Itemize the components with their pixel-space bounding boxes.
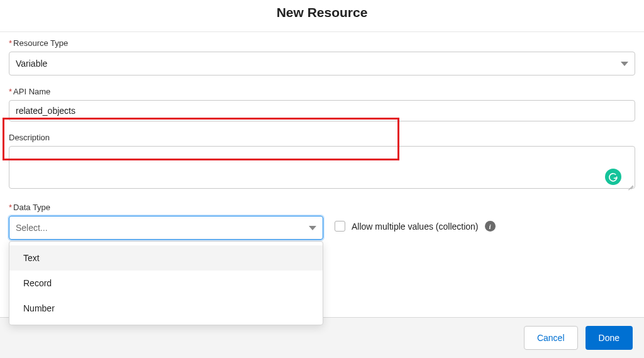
api-name-label: *API Name	[9, 87, 635, 96]
resource-type-value: Variable	[16, 59, 47, 69]
api-name-field: *API Name	[9, 87, 635, 121]
allow-multiple-group: Allow multiple values (collection) i	[335, 216, 496, 232]
dropdown-option-text[interactable]: Text	[9, 245, 323, 271]
resource-type-field: *Resource Type Variable	[9, 38, 635, 76]
page-title: New Resource	[0, 5, 644, 20]
description-label: Description	[9, 133, 635, 142]
resource-type-select[interactable]: Variable	[9, 52, 635, 76]
data-type-placeholder: Select...	[16, 223, 48, 233]
api-name-input[interactable]	[9, 100, 635, 121]
cancel-button[interactable]: Cancel	[524, 326, 578, 350]
resource-type-label: *Resource Type	[9, 38, 635, 48]
data-type-field: *Data Type Select... Text Record Number …	[9, 203, 635, 240]
dropdown-option-record[interactable]: Record	[9, 271, 323, 296]
chevron-down-icon	[621, 62, 628, 66]
data-type-dropdown: Text Record Number	[9, 241, 323, 325]
form-body: *Resource Type Variable *API Name Descri…	[0, 32, 644, 240]
done-button[interactable]: Done	[586, 326, 633, 350]
allow-multiple-label: Allow multiple values (collection)	[352, 221, 479, 232]
allow-multiple-checkbox[interactable]	[335, 221, 345, 232]
dropdown-option-number[interactable]: Number	[9, 296, 323, 321]
chevron-down-icon	[309, 226, 316, 230]
modal-header: New Resource	[0, 0, 644, 32]
data-type-select[interactable]: Select...	[9, 216, 323, 240]
grammarly-icon[interactable]	[605, 169, 621, 185]
data-type-label: *Data Type	[9, 203, 635, 212]
info-icon[interactable]: i	[485, 221, 496, 232]
description-input[interactable]	[9, 146, 635, 189]
description-field: Description	[9, 133, 635, 191]
